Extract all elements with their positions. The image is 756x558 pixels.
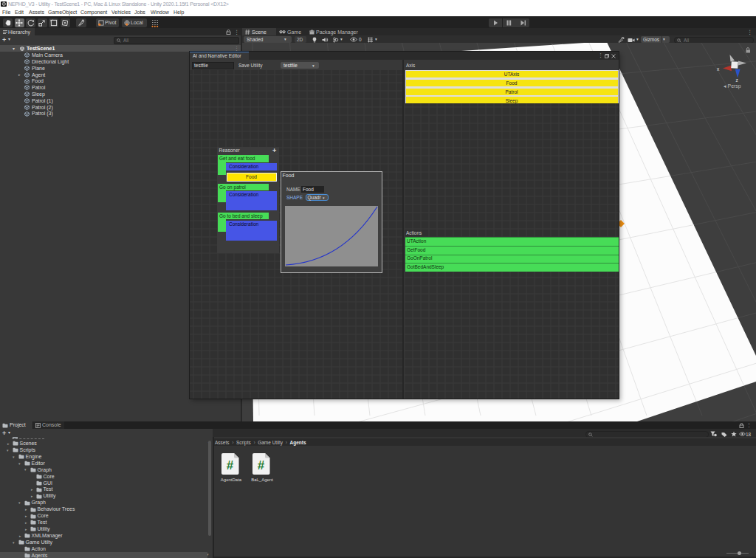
svg-text:#: # [258,458,265,472]
svg-text:#: # [227,458,234,472]
